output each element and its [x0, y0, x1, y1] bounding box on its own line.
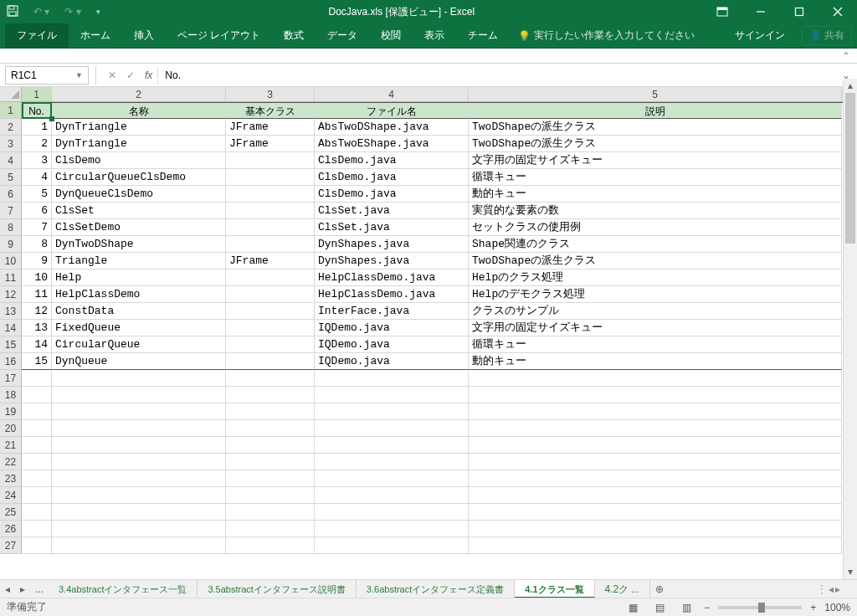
sheet-tab[interactable]: 3.6abstractインタフェース定義書	[357, 580, 515, 598]
cell[interactable]	[52, 420, 226, 437]
cell[interactable]	[226, 420, 315, 437]
cell[interactable]: 3	[22, 152, 52, 169]
row-header[interactable]: 3	[0, 136, 22, 152]
row-header[interactable]: 20	[0, 420, 22, 437]
cell[interactable]: DynQueue	[52, 353, 226, 370]
cell[interactable]: 循環キュー	[469, 169, 842, 186]
cell[interactable]	[469, 387, 842, 403]
cell[interactable]	[315, 387, 469, 403]
cell[interactable]: HelpClassDemo.java	[315, 286, 469, 303]
cell[interactable]	[52, 470, 226, 487]
cell[interactable]: 文字用の固定サイズキュー	[469, 152, 842, 169]
cell[interactable]: HelpClassDemo.java	[315, 270, 469, 286]
row-header[interactable]: 23	[0, 470, 22, 487]
cell[interactable]	[52, 504, 226, 521]
cell[interactable]: TwoDShapeの派生クラス	[469, 136, 842, 152]
cell[interactable]: 基本クラス	[226, 103, 315, 119]
cell[interactable]	[22, 454, 52, 470]
page-break-view-icon[interactable]: ▥	[677, 602, 695, 613]
cell[interactable]: 6	[22, 203, 52, 219]
tab-view[interactable]: 表示	[413, 23, 456, 49]
cell[interactable]	[22, 521, 52, 537]
cell[interactable]	[226, 370, 315, 387]
row-header[interactable]: 1	[0, 102, 22, 119]
share-button[interactable]: 👤 共有	[802, 26, 852, 45]
page-layout-view-icon[interactable]: ▤	[650, 602, 669, 613]
row-header[interactable]: 9	[0, 236, 22, 253]
sheet-nav-next-icon[interactable]: ▸	[15, 583, 30, 595]
cell[interactable]: DynShapes.java	[315, 253, 469, 270]
cell[interactable]	[52, 403, 226, 420]
cell[interactable]: ClsSet.java	[315, 203, 469, 219]
cell[interactable]	[22, 537, 52, 554]
cell[interactable]: DynShapes.java	[315, 236, 469, 253]
cell[interactable]: 7	[22, 219, 52, 236]
cell[interactable]	[469, 470, 842, 487]
cell[interactable]	[469, 504, 842, 521]
cell[interactable]	[22, 437, 52, 454]
qat-more-icon[interactable]: ▾	[96, 8, 100, 16]
row-header[interactable]: 8	[0, 219, 22, 236]
cell[interactable]: セットクラスの使用例	[469, 219, 842, 236]
cell[interactable]: 13	[22, 320, 52, 336]
cell[interactable]: TwoDShapeの派生クラス	[469, 253, 842, 270]
cell[interactable]: JFrame	[226, 119, 315, 136]
cell[interactable]	[22, 370, 52, 387]
row-header[interactable]: 21	[0, 437, 22, 454]
cell[interactable]	[315, 437, 469, 454]
cell[interactable]	[226, 169, 315, 186]
cell[interactable]	[52, 387, 226, 403]
cell[interactable]	[315, 487, 469, 504]
cell[interactable]: 8	[22, 236, 52, 253]
cell[interactable]	[315, 370, 469, 387]
cell[interactable]	[315, 403, 469, 420]
row-header[interactable]: 7	[0, 203, 22, 219]
cell[interactable]	[226, 487, 315, 504]
row-header[interactable]: 19	[0, 403, 22, 420]
cell[interactable]	[52, 487, 226, 504]
row-header[interactable]: 16	[0, 353, 22, 370]
cell[interactable]	[315, 454, 469, 470]
cell[interactable]: ClsSet	[52, 203, 226, 219]
row-header[interactable]: 4	[0, 152, 22, 169]
cell[interactable]: JFrame	[226, 253, 315, 270]
cell[interactable]: DynQueueClsDemo	[52, 186, 226, 203]
cell[interactable]	[22, 387, 52, 403]
sheet-tab[interactable]: 4.1クラス一覧	[515, 580, 594, 598]
tab-layout[interactable]: ページ レイアウト	[166, 23, 272, 49]
maximize-button[interactable]	[780, 0, 819, 23]
cell[interactable]: JFrame	[226, 136, 315, 152]
redo-icon[interactable]: ↷ ▾	[64, 6, 80, 18]
cell[interactable]: ConstData	[52, 303, 226, 320]
cell[interactable]	[315, 521, 469, 537]
spreadsheet-grid[interactable]: 1 2 3 4 5 123456789101112131415161718192…	[0, 87, 857, 554]
cell[interactable]	[22, 504, 52, 521]
sheet-nav-more[interactable]: ...	[30, 583, 49, 595]
new-sheet-icon[interactable]: ⊕	[650, 583, 669, 595]
cell[interactable]: IQDemo.java	[315, 320, 469, 336]
zoom-in-button[interactable]: +	[810, 602, 816, 613]
cell[interactable]	[226, 504, 315, 521]
cell[interactable]: InterFace.java	[315, 303, 469, 320]
row-header[interactable]: 14	[0, 320, 22, 336]
cell[interactable]: FixedQueue	[52, 320, 226, 336]
sheet-tab[interactable]: 4.2ク ...	[595, 580, 650, 598]
scroll-down-icon[interactable]: ▾	[844, 565, 857, 579]
fill-handle[interactable]	[49, 116, 54, 121]
cell[interactable]	[52, 454, 226, 470]
cell[interactable]: 2	[22, 136, 52, 152]
zoom-out-button[interactable]: −	[704, 602, 710, 613]
vertical-scrollbar[interactable]: ▴ ▾	[843, 79, 857, 579]
cell[interactable]: No.	[22, 103, 52, 119]
cell[interactable]: 11	[22, 286, 52, 303]
name-box[interactable]: R1C1▼	[5, 66, 89, 85]
cell[interactable]: 動的キュー	[469, 353, 842, 370]
col-header[interactable]: 2	[52, 87, 226, 101]
hscroll-right-icon[interactable]: ▸	[835, 583, 840, 595]
tab-file[interactable]: ファイル	[5, 23, 69, 49]
cell[interactable]: DynTwoDShape	[52, 236, 226, 253]
row-header[interactable]: 15	[0, 336, 22, 353]
row-header[interactable]: 13	[0, 303, 22, 320]
sheet-tab[interactable]: 3.4abstractインタフェース一覧	[49, 580, 198, 598]
col-header[interactable]: 5	[469, 87, 842, 101]
